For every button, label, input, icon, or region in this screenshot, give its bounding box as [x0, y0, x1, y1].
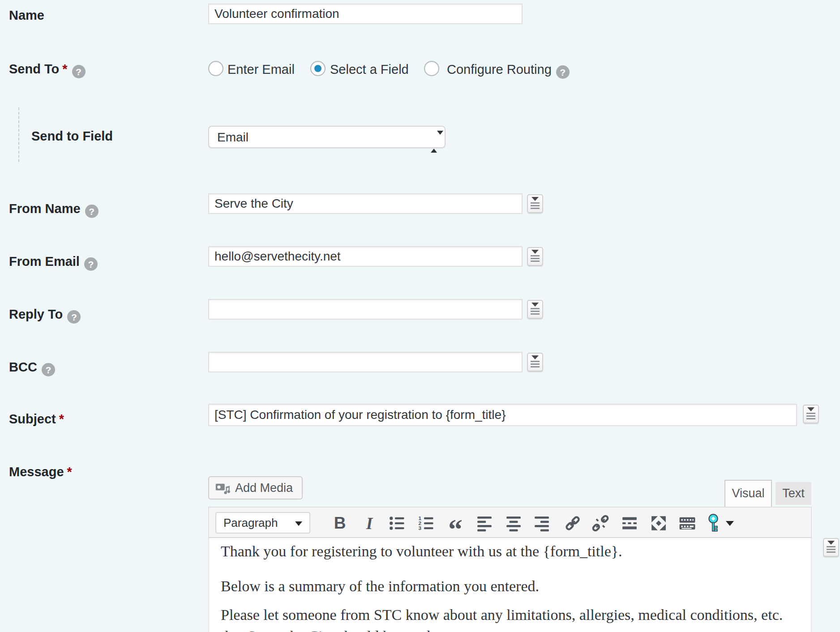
- link-button[interactable]: [562, 513, 583, 534]
- child-setting-indicator: [18, 107, 19, 162]
- merge-tag-icon[interactable]: [527, 300, 543, 319]
- send-to-label: Send To*?: [9, 62, 86, 78]
- italic-button[interactable]: I: [359, 513, 380, 534]
- read-more-tag-icon: [621, 515, 638, 532]
- send-to-radio-enter-email-label[interactable]: Enter Email: [227, 62, 295, 77]
- unlink-button[interactable]: [590, 513, 611, 534]
- italic-icon: I: [366, 514, 373, 533]
- from-email-label: From Email?: [9, 254, 98, 271]
- select-arrows-icon: [431, 131, 437, 152]
- keyboard-shortcuts-icon: [679, 515, 696, 532]
- merge-tags-caret[interactable]: [723, 513, 737, 534]
- align-left-icon: [476, 515, 493, 532]
- numbered-list-button[interactable]: 1 2 3: [416, 513, 437, 534]
- subject-label: Subject*: [9, 412, 64, 427]
- send-to-radio-configure-routing-label[interactable]: Configure Routing?: [447, 62, 570, 79]
- chevron-down-icon: [295, 521, 302, 526]
- fullscreen-button[interactable]: [648, 513, 669, 534]
- merge-tag-icon[interactable]: [527, 353, 543, 372]
- from-email-input[interactable]: [208, 246, 523, 267]
- send-to-field-select[interactable]: Email: [208, 126, 446, 148]
- help-icon[interactable]: ?: [42, 363, 55, 376]
- bcc-input[interactable]: [208, 352, 523, 372]
- subject-input[interactable]: [208, 404, 797, 426]
- add-media-icon: [215, 482, 231, 495]
- required-asterisk: *: [59, 412, 64, 426]
- send-to-radio-select-field-label[interactable]: Select a Field: [330, 62, 409, 77]
- align-center-icon: [505, 515, 522, 532]
- message-editor-content[interactable]: Thank you for registering to volunteer w…: [208, 538, 812, 632]
- message-line: Below is a summary of the information yo…: [221, 576, 800, 596]
- merge-tag-icon[interactable]: [803, 405, 819, 423]
- message-line: Thank you for registering to volunteer w…: [221, 542, 800, 561]
- merge-tag-icon[interactable]: [823, 538, 839, 557]
- reply-to-label: Reply To?: [9, 307, 81, 324]
- from-name-label: From Name?: [9, 201, 99, 218]
- merge-tags-button[interactable]: [703, 513, 723, 534]
- send-to-radio-select-field[interactable]: [310, 61, 326, 76]
- align-right-button[interactable]: [531, 513, 553, 534]
- bulleted-list-icon: [389, 515, 406, 532]
- send-to-field-selected-value: Email: [217, 130, 249, 144]
- help-icon[interactable]: ?: [556, 65, 570, 79]
- add-media-button[interactable]: Add Media: [208, 476, 303, 500]
- numbered-list-icon: 1 2 3: [418, 515, 435, 532]
- bulleted-list-button[interactable]: [386, 513, 408, 534]
- editor-toolbar: Paragraph B I 1 2 3 “: [208, 507, 812, 538]
- tab-visual[interactable]: Visual: [724, 480, 772, 507]
- fullscreen-icon: [650, 515, 667, 532]
- send-to-radio-enter-email[interactable]: [208, 61, 223, 76]
- bold-icon: B: [334, 514, 346, 533]
- help-icon[interactable]: ?: [67, 310, 81, 324]
- merge-tag-icon[interactable]: [527, 247, 543, 266]
- help-icon[interactable]: ?: [72, 65, 86, 78]
- required-asterisk: *: [62, 62, 67, 76]
- name-label: Name: [9, 8, 44, 23]
- link-icon: [564, 514, 582, 532]
- svg-text:3: 3: [419, 525, 422, 531]
- blockquote-button[interactable]: “: [445, 513, 466, 534]
- keyboard-shortcuts-button[interactable]: [677, 513, 698, 534]
- from-name-input[interactable]: [208, 193, 523, 214]
- bcc-label: BCC?: [9, 360, 55, 376]
- reply-to-input[interactable]: [208, 299, 523, 320]
- merge-key-icon: [705, 513, 721, 533]
- help-icon[interactable]: ?: [85, 205, 99, 218]
- bold-button[interactable]: B: [329, 513, 351, 534]
- message-line: that Serve the City should know about: [221, 627, 800, 632]
- read-more-tag-button[interactable]: [619, 513, 640, 534]
- blockquote-icon: “: [448, 527, 463, 532]
- align-right-icon: [533, 515, 550, 532]
- help-icon[interactable]: ?: [84, 257, 98, 271]
- send-to-radio-configure-routing[interactable]: [424, 61, 439, 76]
- name-input[interactable]: [208, 4, 523, 24]
- message-label: Message*: [9, 465, 72, 479]
- merge-tag-icon[interactable]: [527, 194, 543, 213]
- tab-text[interactable]: Text: [776, 482, 811, 505]
- send-to-field-label: Send to Field: [31, 129, 113, 144]
- notification-settings-page: Name Send To*? Enter Email Select a Fiel…: [0, 0, 840, 632]
- align-left-button[interactable]: [474, 513, 495, 534]
- message-line: Please let someone from STC know about a…: [221, 605, 800, 625]
- required-asterisk: *: [67, 465, 72, 479]
- chevron-down-icon: [726, 521, 734, 526]
- align-center-button[interactable]: [503, 513, 524, 534]
- unlink-icon: [591, 514, 609, 532]
- format-select[interactable]: Paragraph: [215, 512, 310, 534]
